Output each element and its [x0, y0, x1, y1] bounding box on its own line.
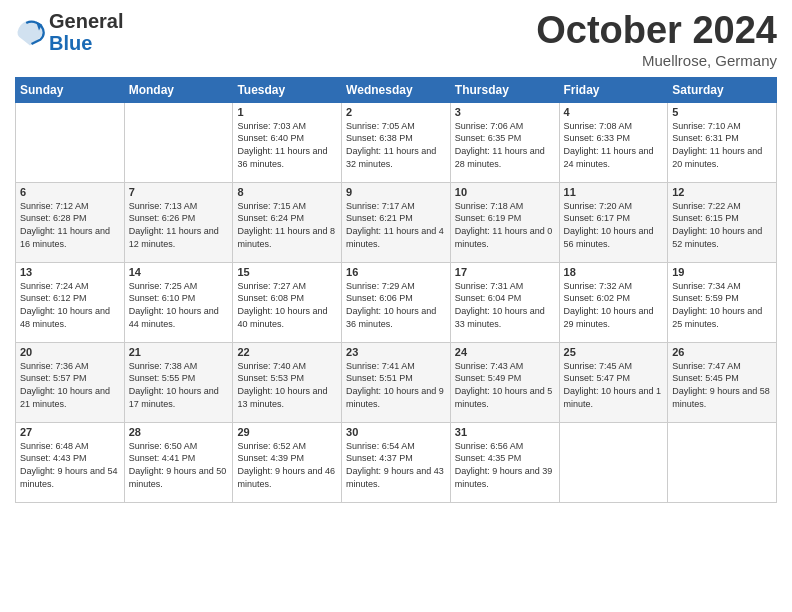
- logo-area: General Blue: [15, 10, 123, 54]
- day-info: Sunrise: 7:25 AM Sunset: 6:10 PM Dayligh…: [129, 280, 229, 330]
- day-number: 24: [455, 346, 555, 358]
- day-info: Sunrise: 7:41 AM Sunset: 5:51 PM Dayligh…: [346, 360, 446, 410]
- calendar-cell: 10Sunrise: 7:18 AM Sunset: 6:19 PM Dayli…: [450, 182, 559, 262]
- day-number: 27: [20, 426, 120, 438]
- day-number: 4: [564, 106, 664, 118]
- day-info: Sunrise: 7:34 AM Sunset: 5:59 PM Dayligh…: [672, 280, 772, 330]
- day-number: 6: [20, 186, 120, 198]
- week-row-5: 27Sunrise: 6:48 AM Sunset: 4:43 PM Dayli…: [16, 422, 777, 502]
- day-number: 12: [672, 186, 772, 198]
- header-day-sunday: Sunday: [16, 77, 125, 102]
- day-info: Sunrise: 6:54 AM Sunset: 4:37 PM Dayligh…: [346, 440, 446, 490]
- calendar-cell: 18Sunrise: 7:32 AM Sunset: 6:02 PM Dayli…: [559, 262, 668, 342]
- calendar-cell: 5Sunrise: 7:10 AM Sunset: 6:31 PM Daylig…: [668, 102, 777, 182]
- calendar-cell: 4Sunrise: 7:08 AM Sunset: 6:33 PM Daylig…: [559, 102, 668, 182]
- calendar-cell: 20Sunrise: 7:36 AM Sunset: 5:57 PM Dayli…: [16, 342, 125, 422]
- day-number: 28: [129, 426, 229, 438]
- calendar-cell: 21Sunrise: 7:38 AM Sunset: 5:55 PM Dayli…: [124, 342, 233, 422]
- day-number: 3: [455, 106, 555, 118]
- day-number: 30: [346, 426, 446, 438]
- day-info: Sunrise: 7:13 AM Sunset: 6:26 PM Dayligh…: [129, 200, 229, 250]
- day-number: 26: [672, 346, 772, 358]
- calendar-cell: 26Sunrise: 7:47 AM Sunset: 5:45 PM Dayli…: [668, 342, 777, 422]
- day-number: 25: [564, 346, 664, 358]
- calendar-cell: 19Sunrise: 7:34 AM Sunset: 5:59 PM Dayli…: [668, 262, 777, 342]
- logo-icon: [15, 17, 45, 47]
- day-info: Sunrise: 7:32 AM Sunset: 6:02 PM Dayligh…: [564, 280, 664, 330]
- header-day-tuesday: Tuesday: [233, 77, 342, 102]
- calendar-cell: 6Sunrise: 7:12 AM Sunset: 6:28 PM Daylig…: [16, 182, 125, 262]
- day-number: 13: [20, 266, 120, 278]
- day-info: Sunrise: 7:12 AM Sunset: 6:28 PM Dayligh…: [20, 200, 120, 250]
- calendar-cell: [559, 422, 668, 502]
- calendar-cell: 17Sunrise: 7:31 AM Sunset: 6:04 PM Dayli…: [450, 262, 559, 342]
- header-day-thursday: Thursday: [450, 77, 559, 102]
- day-info: Sunrise: 7:43 AM Sunset: 5:49 PM Dayligh…: [455, 360, 555, 410]
- day-info: Sunrise: 7:08 AM Sunset: 6:33 PM Dayligh…: [564, 120, 664, 170]
- header-day-wednesday: Wednesday: [342, 77, 451, 102]
- day-number: 22: [237, 346, 337, 358]
- day-info: Sunrise: 7:15 AM Sunset: 6:24 PM Dayligh…: [237, 200, 337, 250]
- day-info: Sunrise: 6:56 AM Sunset: 4:35 PM Dayligh…: [455, 440, 555, 490]
- day-info: Sunrise: 7:40 AM Sunset: 5:53 PM Dayligh…: [237, 360, 337, 410]
- logo-text: General Blue: [49, 10, 123, 54]
- day-number: 21: [129, 346, 229, 358]
- day-info: Sunrise: 7:06 AM Sunset: 6:35 PM Dayligh…: [455, 120, 555, 170]
- day-info: Sunrise: 7:20 AM Sunset: 6:17 PM Dayligh…: [564, 200, 664, 250]
- calendar-cell: 15Sunrise: 7:27 AM Sunset: 6:08 PM Dayli…: [233, 262, 342, 342]
- day-number: 5: [672, 106, 772, 118]
- day-info: Sunrise: 7:36 AM Sunset: 5:57 PM Dayligh…: [20, 360, 120, 410]
- day-number: 10: [455, 186, 555, 198]
- day-info: Sunrise: 6:50 AM Sunset: 4:41 PM Dayligh…: [129, 440, 229, 490]
- day-number: 18: [564, 266, 664, 278]
- header-row: SundayMondayTuesdayWednesdayThursdayFrid…: [16, 77, 777, 102]
- calendar-cell: 13Sunrise: 7:24 AM Sunset: 6:12 PM Dayli…: [16, 262, 125, 342]
- day-number: 8: [237, 186, 337, 198]
- day-number: 23: [346, 346, 446, 358]
- day-number: 9: [346, 186, 446, 198]
- calendar-cell: [16, 102, 125, 182]
- calendar-cell: 1Sunrise: 7:03 AM Sunset: 6:40 PM Daylig…: [233, 102, 342, 182]
- calendar-cell: 14Sunrise: 7:25 AM Sunset: 6:10 PM Dayli…: [124, 262, 233, 342]
- header-day-friday: Friday: [559, 77, 668, 102]
- week-row-3: 13Sunrise: 7:24 AM Sunset: 6:12 PM Dayli…: [16, 262, 777, 342]
- day-number: 14: [129, 266, 229, 278]
- day-info: Sunrise: 6:52 AM Sunset: 4:39 PM Dayligh…: [237, 440, 337, 490]
- day-info: Sunrise: 7:27 AM Sunset: 6:08 PM Dayligh…: [237, 280, 337, 330]
- day-info: Sunrise: 7:03 AM Sunset: 6:40 PM Dayligh…: [237, 120, 337, 170]
- calendar-cell: [124, 102, 233, 182]
- calendar-cell: 28Sunrise: 6:50 AM Sunset: 4:41 PM Dayli…: [124, 422, 233, 502]
- calendar-cell: 27Sunrise: 6:48 AM Sunset: 4:43 PM Dayli…: [16, 422, 125, 502]
- day-number: 19: [672, 266, 772, 278]
- day-info: Sunrise: 7:10 AM Sunset: 6:31 PM Dayligh…: [672, 120, 772, 170]
- calendar-cell: 30Sunrise: 6:54 AM Sunset: 4:37 PM Dayli…: [342, 422, 451, 502]
- calendar-cell: 31Sunrise: 6:56 AM Sunset: 4:35 PM Dayli…: [450, 422, 559, 502]
- day-info: Sunrise: 6:48 AM Sunset: 4:43 PM Dayligh…: [20, 440, 120, 490]
- calendar-cell: 29Sunrise: 6:52 AM Sunset: 4:39 PM Dayli…: [233, 422, 342, 502]
- calendar-cell: 8Sunrise: 7:15 AM Sunset: 6:24 PM Daylig…: [233, 182, 342, 262]
- page: General Blue October 2024 Muellrose, Ger…: [0, 0, 792, 612]
- day-info: Sunrise: 7:38 AM Sunset: 5:55 PM Dayligh…: [129, 360, 229, 410]
- day-number: 7: [129, 186, 229, 198]
- week-row-4: 20Sunrise: 7:36 AM Sunset: 5:57 PM Dayli…: [16, 342, 777, 422]
- day-number: 29: [237, 426, 337, 438]
- calendar-cell: 2Sunrise: 7:05 AM Sunset: 6:38 PM Daylig…: [342, 102, 451, 182]
- calendar-header: SundayMondayTuesdayWednesdayThursdayFrid…: [16, 77, 777, 102]
- calendar-cell: 23Sunrise: 7:41 AM Sunset: 5:51 PM Dayli…: [342, 342, 451, 422]
- month-title: October 2024: [536, 10, 777, 52]
- day-number: 1: [237, 106, 337, 118]
- calendar-cell: 7Sunrise: 7:13 AM Sunset: 6:26 PM Daylig…: [124, 182, 233, 262]
- day-number: 17: [455, 266, 555, 278]
- day-info: Sunrise: 7:47 AM Sunset: 5:45 PM Dayligh…: [672, 360, 772, 410]
- day-info: Sunrise: 7:05 AM Sunset: 6:38 PM Dayligh…: [346, 120, 446, 170]
- day-info: Sunrise: 7:18 AM Sunset: 6:19 PM Dayligh…: [455, 200, 555, 250]
- day-number: 2: [346, 106, 446, 118]
- logo-general: General: [49, 10, 123, 32]
- calendar-cell: 12Sunrise: 7:22 AM Sunset: 6:15 PM Dayli…: [668, 182, 777, 262]
- title-area: October 2024 Muellrose, Germany: [536, 10, 777, 69]
- day-number: 11: [564, 186, 664, 198]
- day-info: Sunrise: 7:29 AM Sunset: 6:06 PM Dayligh…: [346, 280, 446, 330]
- day-info: Sunrise: 7:22 AM Sunset: 6:15 PM Dayligh…: [672, 200, 772, 250]
- calendar-cell: 25Sunrise: 7:45 AM Sunset: 5:47 PM Dayli…: [559, 342, 668, 422]
- day-info: Sunrise: 7:31 AM Sunset: 6:04 PM Dayligh…: [455, 280, 555, 330]
